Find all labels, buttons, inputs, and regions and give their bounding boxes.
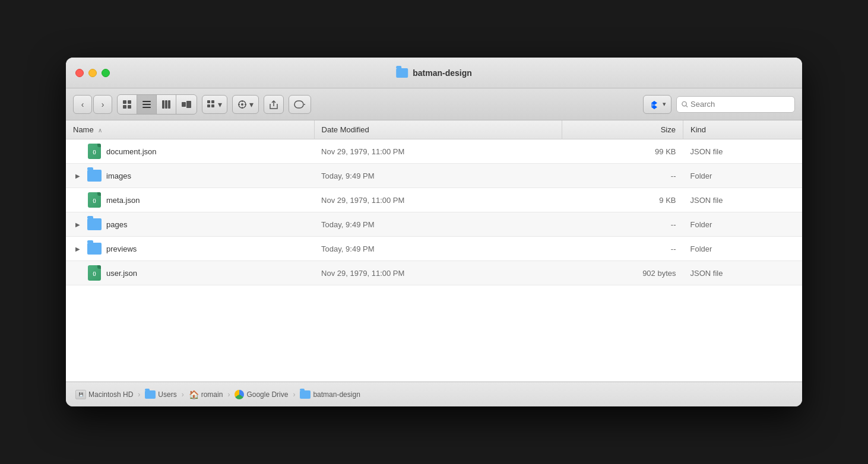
back-icon: ‹	[81, 100, 84, 109]
breadcrumb-hd[interactable]: 💾 Macintosh HD	[75, 390, 133, 399]
nav-buttons: ‹ ›	[73, 95, 112, 114]
dropbox-icon	[648, 98, 660, 110]
view-cover-btn[interactable]	[176, 95, 197, 114]
group-button[interactable]: ▾	[202, 95, 227, 114]
file-size: 99 KB	[562, 139, 683, 164]
traffic-lights	[75, 69, 110, 77]
view-buttons	[117, 94, 197, 115]
svg-rect-23	[294, 101, 303, 108]
finder-window: batman-design ‹ ›	[66, 58, 802, 406]
file-name: meta.json	[106, 196, 140, 205]
table-row[interactable]: ▶imagesToday, 9:49 PM--Folder	[66, 164, 802, 188]
table-row[interactable]: user.jsonNov 29, 1979, 11:00 PM902 bytes…	[66, 261, 802, 285]
svg-rect-7	[162, 100, 164, 109]
svg-rect-15	[211, 104, 214, 107]
file-modified: Nov 29, 1979, 11:00 PM	[314, 188, 562, 212]
expand-arrow-placeholder	[73, 147, 83, 156]
file-size: --	[562, 237, 683, 261]
col-header-modified[interactable]: Date Modified	[314, 120, 562, 139]
breadcrumb-romain[interactable]: 🏠 romain	[189, 390, 223, 399]
share-button[interactable]	[264, 95, 284, 114]
breadcrumb-sep-4: ›	[293, 390, 295, 399]
svg-rect-10	[182, 102, 186, 107]
maximize-button[interactable]	[102, 69, 110, 77]
table-row[interactable]: meta.jsonNov 29, 1979, 11:00 PM9 KBJSON …	[66, 188, 802, 212]
folder-icon	[87, 170, 102, 182]
home-icon: 🏠	[189, 390, 199, 399]
minimize-button[interactable]	[88, 69, 97, 77]
folder-icon	[87, 218, 102, 230]
table-row[interactable]: ▶pagesToday, 9:49 PM--Folder	[66, 212, 802, 237]
table-header-row: Name ∧ Date Modified Size Kind	[66, 120, 802, 139]
col-header-name[interactable]: Name ∧	[66, 120, 314, 139]
forward-button[interactable]: ›	[93, 95, 112, 114]
expand-arrow[interactable]: ▶	[73, 171, 83, 180]
file-name: pages	[106, 220, 127, 229]
search-icon	[682, 101, 688, 108]
table-row[interactable]: ▶previewsToday, 9:49 PM--Folder	[66, 237, 802, 261]
file-size: --	[562, 164, 683, 188]
statusbar: 💾 Macintosh HD › Users › 🏠 romain › Goog…	[66, 382, 802, 406]
svg-rect-8	[165, 100, 167, 109]
file-kind: JSON file	[683, 261, 803, 285]
svg-point-17	[241, 103, 243, 106]
action-dropdown-arrow: ▾	[249, 100, 254, 109]
file-kind: JSON file	[683, 139, 803, 164]
forward-icon: ›	[102, 100, 104, 109]
svg-rect-6	[142, 107, 151, 108]
back-button[interactable]: ‹	[73, 95, 92, 114]
folder-icon	[87, 243, 102, 255]
gdrive-icon	[235, 390, 244, 399]
breadcrumb-gdrive[interactable]: Google Drive	[235, 390, 288, 399]
breadcrumb-batman[interactable]: batman-design	[300, 390, 360, 399]
svg-rect-11	[186, 101, 191, 108]
file-kind: Folder	[683, 237, 803, 261]
json-file-icon	[88, 192, 101, 208]
svg-rect-1	[128, 100, 131, 104]
file-size: 9 KB	[562, 188, 683, 212]
svg-rect-2	[123, 105, 126, 109]
col-header-kind[interactable]: Kind	[683, 120, 803, 139]
group-dropdown-arrow: ▾	[218, 100, 222, 109]
sort-arrow: ∧	[98, 127, 102, 134]
svg-rect-5	[142, 104, 151, 105]
title-folder-icon	[396, 68, 408, 78]
window-title: batman-design	[413, 68, 472, 78]
hd-icon: 💾	[75, 390, 86, 399]
file-modified: Today, 9:49 PM	[314, 164, 562, 188]
svg-rect-0	[123, 100, 126, 104]
table-row[interactable]: document.jsonNov 29, 1979, 11:00 PM99 KB…	[66, 139, 802, 164]
expand-arrow-placeholder	[73, 195, 83, 205]
file-name: document.json	[106, 147, 157, 156]
expand-arrow[interactable]: ▶	[73, 220, 83, 229]
json-file-icon	[88, 265, 101, 281]
svg-line-28	[686, 106, 688, 107]
breadcrumb-users[interactable]: Users	[145, 390, 176, 399]
dropbox-button[interactable]: ▾	[643, 95, 671, 114]
file-list-area: Name ∧ Date Modified Size Kind document.…	[66, 120, 802, 322]
view-icon-btn[interactable]	[118, 95, 137, 114]
file-modified: Nov 29, 1979, 11:00 PM	[314, 261, 562, 285]
close-button[interactable]	[75, 69, 84, 77]
file-size: 902 bytes	[562, 261, 683, 285]
breadcrumb-hd-label: Macintosh HD	[88, 390, 133, 399]
svg-rect-3	[128, 105, 131, 109]
expand-arrow[interactable]: ▶	[73, 244, 83, 253]
empty-area	[66, 322, 802, 382]
search-input[interactable]	[690, 100, 790, 109]
breadcrumb-gdrive-label: Google Drive	[246, 390, 288, 399]
toolbar: ‹ ›	[66, 88, 802, 120]
svg-rect-13	[211, 100, 214, 103]
breadcrumb-sep-3: ›	[227, 390, 230, 399]
window-title-area: batman-design	[396, 68, 472, 78]
svg-rect-12	[207, 100, 210, 103]
view-column-btn[interactable]	[157, 95, 176, 114]
col-header-size[interactable]: Size	[562, 120, 683, 139]
breadcrumb-sep-2: ›	[182, 390, 184, 399]
view-list-btn[interactable]	[137, 95, 157, 114]
file-name: previews	[106, 244, 137, 253]
action-button[interactable]: ▾	[232, 95, 259, 114]
tag-button[interactable]	[289, 95, 311, 114]
file-kind: Folder	[683, 212, 803, 237]
search-box[interactable]	[676, 96, 795, 113]
